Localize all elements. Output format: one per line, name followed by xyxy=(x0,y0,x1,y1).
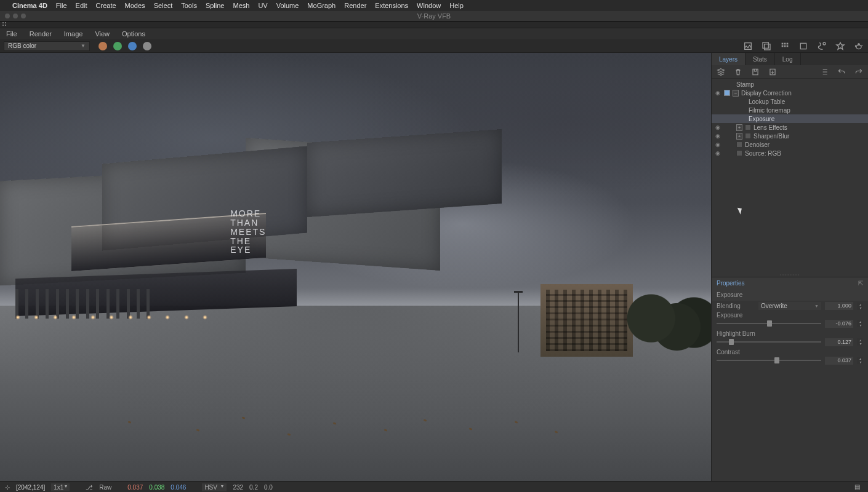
layer-label: Lookup Table xyxy=(749,98,785,105)
pick-icon[interactable] xyxy=(835,41,846,52)
mac-menubar: Cinema 4D File Edit Create Modes Select … xyxy=(0,0,868,11)
layer-row[interactable]: Filmic tonemap xyxy=(712,106,868,114)
menu-render[interactable]: Render xyxy=(344,2,366,9)
layer-row[interactable]: Stamp xyxy=(712,80,868,89)
load-preset-icon[interactable] xyxy=(767,66,778,77)
crosshair-icon[interactable]: ⊹ xyxy=(5,484,10,491)
menu-uv[interactable]: UV xyxy=(258,2,267,9)
vfb-menu-file[interactable]: File xyxy=(6,30,17,38)
menu-volume[interactable]: Volume xyxy=(276,2,299,9)
delete-layer-icon[interactable] xyxy=(733,66,744,77)
svg-rect-4 xyxy=(784,42,786,44)
render-viewport[interactable]: MORETHANMEETSTHEEYE xyxy=(0,53,711,481)
slider-thumb[interactable] xyxy=(729,339,734,345)
layer-row[interactable]: ◉+Lens Effects xyxy=(712,123,868,132)
panel-toggle-icon[interactable]: ▤ xyxy=(854,483,863,492)
traffic-lights[interactable] xyxy=(5,14,26,18)
channel-green-button[interactable] xyxy=(113,42,122,50)
tab-layers[interactable]: Layers xyxy=(712,53,745,65)
visibility-icon[interactable]: ◉ xyxy=(714,124,721,130)
menu-mograph[interactable]: MoGraph xyxy=(307,2,336,9)
slider-thumb[interactable] xyxy=(774,357,779,363)
layer-label: Sharpen/Blur xyxy=(753,133,789,140)
layer-row[interactable]: Lookup Table xyxy=(712,97,868,106)
save-preset-icon[interactable] xyxy=(750,66,761,77)
menu-edit[interactable]: Edit xyxy=(76,2,87,9)
svg-marker-11 xyxy=(837,42,844,49)
main-building: MORETHANMEETSTHEEYE xyxy=(0,130,512,378)
layer-row[interactable]: ◉Source: RGB xyxy=(712,149,868,157)
slider-spinner[interactable]: ▴▾ xyxy=(857,320,863,327)
tab-stats[interactable]: Stats xyxy=(745,53,775,65)
layer-label: Exposure xyxy=(749,116,774,122)
visibility-icon[interactable]: ◉ xyxy=(714,141,721,148)
ipr-icon[interactable] xyxy=(816,41,827,52)
menu-select[interactable]: Select xyxy=(154,2,173,9)
menu-create[interactable]: Create xyxy=(96,2,116,9)
undo-icon[interactable] xyxy=(836,66,847,77)
colorspace-dropdown[interactable]: HSV▼ xyxy=(202,483,227,491)
window-titlebar: V-Ray VFB xyxy=(0,11,868,21)
list-icon[interactable] xyxy=(819,66,830,77)
menu-window[interactable]: Window xyxy=(417,2,441,9)
menu-modes[interactable]: Modes xyxy=(125,2,145,9)
add-layer-icon[interactable] xyxy=(715,66,726,77)
menu-spline[interactable]: Spline xyxy=(206,2,225,9)
collapse-icon[interactable]: ⇱ xyxy=(858,280,863,287)
slider-track[interactable] xyxy=(717,360,821,361)
menu-help[interactable]: Help xyxy=(449,2,464,9)
tab-log[interactable]: Log xyxy=(775,53,801,65)
blending-spinner[interactable]: ▴▾ xyxy=(857,303,863,310)
menu-mesh[interactable]: Mesh xyxy=(233,2,249,9)
layer-toolbar xyxy=(712,65,868,79)
grip-icon[interactable] xyxy=(2,22,7,26)
status-red: 0.037 xyxy=(127,484,143,491)
blending-amount-field[interactable]: 1.000 xyxy=(825,302,853,310)
vfb-menu-view[interactable]: View xyxy=(95,30,110,38)
status-mode: Raw xyxy=(99,484,111,491)
blending-dropdown[interactable]: Overwrite▼ xyxy=(758,302,821,310)
vfb-menu-options[interactable]: Options xyxy=(122,30,145,38)
layer-tree[interactable]: Stamp◉−Display CorrectionLookup TableFil… xyxy=(712,79,868,159)
slider-spinner[interactable]: ▴▾ xyxy=(857,357,863,364)
svg-rect-8 xyxy=(787,45,789,47)
slider-track[interactable] xyxy=(717,323,821,324)
slider-value-field[interactable]: 0.127 xyxy=(825,338,853,346)
expand-icon[interactable]: − xyxy=(733,90,739,97)
redo-icon[interactable] xyxy=(853,66,864,77)
layer-row[interactable]: Exposure xyxy=(712,114,868,123)
channel-blue-button[interactable] xyxy=(128,42,137,50)
channel-mono-button[interactable] xyxy=(143,42,151,50)
clear-icon[interactable] xyxy=(798,41,809,52)
layer-row[interactable]: ◉+Sharpen/Blur xyxy=(712,132,868,140)
menu-file[interactable]: File xyxy=(56,2,67,9)
teapot-icon[interactable] xyxy=(853,41,864,52)
visibility-icon[interactable]: ◉ xyxy=(714,150,721,156)
zoom-dropdown[interactable]: 1x1▼ xyxy=(51,483,70,491)
visibility-icon[interactable]: ◉ xyxy=(714,90,721,96)
slider-thumb[interactable] xyxy=(767,320,772,327)
expand-icon[interactable]: + xyxy=(736,124,742,131)
slider-track[interactable] xyxy=(717,341,821,343)
vfb-menu-render[interactable]: Render xyxy=(30,30,52,38)
save-all-icon[interactable] xyxy=(761,41,772,52)
app-name[interactable]: Cinema 4D xyxy=(12,2,47,9)
wall-text: MORETHANMEETSTHEEYE xyxy=(230,209,266,254)
menu-tools[interactable]: Tools xyxy=(181,2,197,9)
region-render-icon[interactable] xyxy=(779,41,790,52)
svg-rect-1 xyxy=(763,42,768,48)
visibility-icon[interactable]: ◉ xyxy=(714,133,721,139)
channel-red-button[interactable] xyxy=(98,42,107,50)
channel-dropdown[interactable]: RGB color ▼ xyxy=(4,41,90,51)
layer-checkbox[interactable] xyxy=(724,90,730,96)
layer-row[interactable]: ◉Denoiser xyxy=(712,140,868,149)
slider-value-field[interactable]: -0.076 xyxy=(825,320,853,328)
menu-extensions[interactable]: Extensions xyxy=(375,2,408,9)
curve-icon[interactable]: ⎇ xyxy=(86,484,93,491)
vfb-menu-image[interactable]: Image xyxy=(64,30,83,38)
expand-icon[interactable]: + xyxy=(736,133,742,140)
slider-value-field[interactable]: 0.037 xyxy=(825,357,853,365)
save-image-icon[interactable] xyxy=(742,41,753,52)
slider-spinner[interactable]: ▴▾ xyxy=(857,338,863,346)
layer-row[interactable]: ◉−Display Correction xyxy=(712,89,868,97)
